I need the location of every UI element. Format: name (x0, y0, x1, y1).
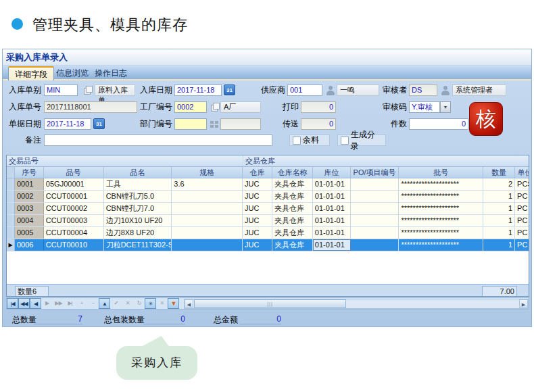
table-cell[interactable] (351, 239, 399, 251)
column-header-3[interactable]: 品名 (104, 167, 172, 178)
table-row[interactable]: 0002CCUT00001CBN镗孔刀5.0JUC夹具仓库01-01-01***… (7, 191, 529, 203)
table-cell[interactable]: PCS (515, 178, 529, 190)
table-cell[interactable]: PC (515, 215, 529, 226)
table-cell[interactable]: 边刀8X8 UF20 (104, 227, 172, 239)
table-cell[interactable]: 01-01-01 (313, 203, 351, 214)
table-cell[interactable]: 0004 (15, 215, 44, 226)
remark-input[interactable] (44, 134, 272, 146)
row-selector-cell[interactable] (7, 215, 15, 226)
column-header-11[interactable]: 单位 (515, 167, 529, 178)
table-cell[interactable]: 01-01-01 (313, 227, 351, 239)
table-cell[interactable]: 0001 (15, 178, 44, 190)
table-cell[interactable]: JUC (243, 227, 272, 239)
order-type-field[interactable]: MIN (44, 84, 78, 96)
column-header-5[interactable]: 仓库 (243, 167, 272, 178)
factory-lookup-icon[interactable] (210, 102, 220, 112)
table-cell[interactable]: PC (515, 203, 529, 214)
table-cell[interactable]: 0006 (15, 239, 44, 251)
nav-filter-icon[interactable]: ▼ (168, 298, 179, 309)
column-header-9[interactable]: 批号 (399, 167, 483, 178)
table-cell[interactable]: 01-01-01 (313, 239, 351, 251)
row-selector-cell[interactable] (7, 203, 15, 214)
table-cell[interactable]: JUC (243, 191, 272, 202)
table-cell[interactable]: 01-01-01 (313, 178, 351, 190)
supplier-field[interactable]: 001 (287, 84, 322, 96)
table-cell[interactable]: CBN镗孔刀5.0 (104, 191, 172, 202)
table-cell[interactable]: CCUT00010 (44, 239, 104, 251)
table-cell[interactable]: 0005 (15, 227, 44, 239)
table-cell[interactable]: CCUT00002 (44, 203, 104, 214)
table-cell[interactable] (351, 203, 399, 214)
table-cell[interactable]: 工具 (104, 178, 172, 190)
table-cell[interactable]: 1 (483, 215, 515, 226)
table-cell[interactable]: ******************** (399, 203, 483, 214)
dept-no-field[interactable] (174, 118, 207, 130)
table-cell[interactable]: CCUT00003 (44, 215, 104, 226)
table-cell[interactable]: 2 (483, 178, 515, 190)
table-cell[interactable]: 05GJ00001 (44, 178, 104, 190)
audit-code-dropdown-icon[interactable]: ▼ (440, 101, 451, 113)
table-cell[interactable]: 夹具仓库 (272, 191, 313, 202)
group-header-item[interactable]: 交易品号 (7, 155, 243, 166)
table-cell[interactable]: CCUT00004 (44, 227, 104, 239)
table-row[interactable]: 0003CCUT00002CBN镗孔刀7.0JUC夹具仓库01-01-01***… (7, 203, 529, 215)
row-selector-cell[interactable] (7, 191, 15, 202)
copy-order-type-icon[interactable] (82, 85, 93, 95)
column-header-4[interactable]: 规格 (172, 167, 243, 178)
tab-detail-fields[interactable]: 详细字段 (8, 66, 54, 80)
table-row[interactable]: 000105GJ00001工具3.6JUC夹具仓库01-01-01*******… (7, 178, 529, 191)
doc-date-field[interactable]: 2017-11-18 (44, 118, 91, 130)
table-cell[interactable]: 边刀10X10 UF20 (104, 215, 172, 226)
factory-no-field[interactable]: 0002 (174, 101, 207, 113)
horizontal-scrollbar[interactable]: ◀ ||| ▶ (184, 299, 529, 309)
table-cell[interactable]: CBN镗孔刀7.0 (104, 203, 172, 214)
table-cell[interactable]: 0002 (15, 191, 44, 202)
table-cell[interactable] (172, 239, 243, 251)
row-selector-cell[interactable]: ▶ (7, 239, 15, 251)
in-date-calendar-icon[interactable]: 31 (224, 84, 235, 95)
nav-edit-icon[interactable]: ▲ (99, 298, 110, 309)
table-cell[interactable]: ******************** (399, 178, 483, 190)
column-header-8[interactable]: PO/项目编号 (351, 167, 399, 178)
surplus-checkbox[interactable] (293, 137, 301, 145)
table-cell[interactable] (351, 215, 399, 226)
table-cell[interactable] (172, 215, 243, 226)
surplus-checkbox-group[interactable]: 余料 (289, 134, 330, 146)
table-cell[interactable]: ******************** (399, 191, 483, 202)
scroll-right-icon[interactable]: ▶ (519, 299, 528, 308)
table-cell[interactable]: 0003 (15, 203, 44, 214)
table-cell[interactable]: 3.6 (172, 178, 243, 190)
table-cell[interactable] (172, 191, 243, 202)
dept-org-icon[interactable] (210, 120, 220, 130)
table-cell[interactable]: 夹具仓库 (272, 227, 313, 239)
gen-entry-checkbox-group[interactable]: 生成分录 (337, 134, 386, 146)
table-cell[interactable]: 夹具仓库 (272, 203, 313, 214)
pieces-field[interactable]: 0 (409, 118, 468, 130)
table-cell[interactable]: JUC (243, 215, 272, 226)
table-cell[interactable]: 1 (483, 203, 515, 214)
table-cell[interactable]: JUC (243, 178, 272, 190)
scroll-left-icon[interactable]: ◀ (185, 299, 193, 308)
group-header-warehouse[interactable]: 交易仓库 (243, 155, 529, 166)
table-row[interactable]: 0004CCUT00003边刀10X10 UF20JUC夹具仓库01-01-01… (7, 215, 529, 227)
scrollbar-thumb[interactable]: ||| (194, 299, 346, 308)
nav-prior-page-icon[interactable]: ◀◀ (18, 298, 30, 309)
doc-date-calendar-icon[interactable]: 31 (93, 118, 105, 129)
column-header-10[interactable]: 数量 (483, 167, 515, 178)
table-cell[interactable]: JUC (243, 203, 272, 214)
row-selector-cell[interactable] (7, 178, 15, 190)
table-cell[interactable] (172, 227, 243, 239)
table-cell[interactable]: 夹具仓库 (272, 215, 313, 226)
table-cell[interactable]: PC (515, 191, 529, 202)
tab-operation-log[interactable]: 操作日志 (89, 66, 133, 80)
table-cell[interactable]: CCUT00001 (44, 191, 104, 202)
table-row[interactable]: 0005CCUT00004边刀8X8 UF20JUC夹具仓库01-01-01**… (7, 227, 529, 239)
table-cell[interactable]: 01-01-01 (313, 191, 351, 202)
in-date-field[interactable]: 2017-11-18 (174, 84, 222, 96)
table-cell[interactable]: PC (515, 239, 529, 251)
row-selector-cell[interactable] (7, 227, 15, 239)
table-cell[interactable] (351, 178, 399, 190)
column-header-1[interactable]: 序号 (15, 167, 44, 178)
gen-entry-checkbox[interactable] (341, 137, 349, 145)
audit-code-field[interactable]: Y.审核 (409, 101, 440, 113)
